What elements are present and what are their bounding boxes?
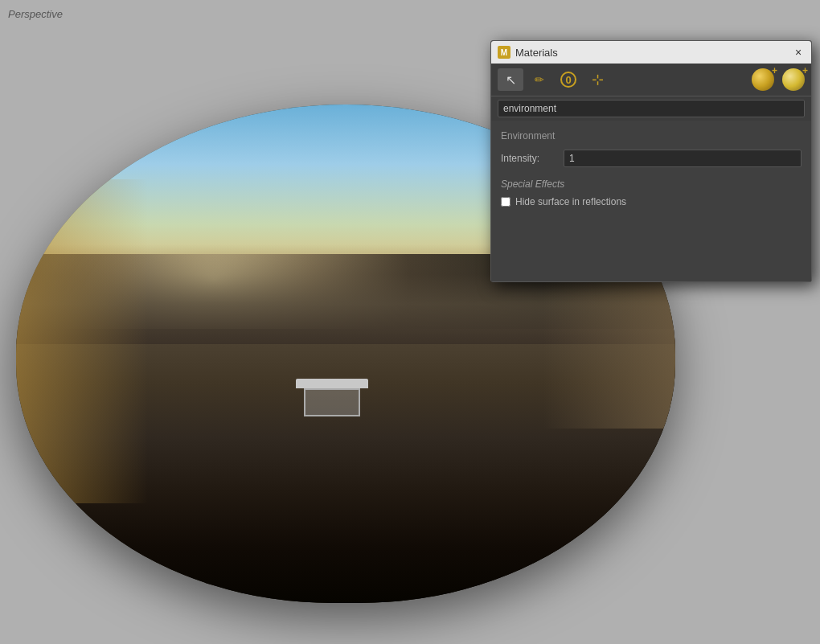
panel-title: Materials: [515, 47, 558, 59]
gold-sphere-icon-1: [752, 68, 774, 91]
environment-section-header: Environment: [501, 127, 802, 145]
intensity-label: Intensity:: [501, 153, 557, 164]
target-icon: 0: [560, 72, 576, 88]
pencil-icon: ✏: [535, 73, 544, 86]
shelter-body: [304, 388, 360, 416]
gold-sphere-icon-2: [782, 68, 805, 91]
assign-material-button[interactable]: 0: [556, 68, 581, 91]
panel-content: Environment Intensity: Special Effects H…: [491, 121, 811, 217]
sphere-left-reflection: [16, 179, 148, 503]
intensity-input[interactable]: [564, 150, 802, 167]
panel-empty-area: [491, 217, 811, 281]
viewport-label: Perspective: [8, 8, 63, 20]
bus-shelter-reflection: [300, 379, 364, 419]
paint-button[interactable]: ✏: [527, 68, 552, 91]
add-material-button[interactable]: +: [782, 68, 805, 91]
materials-icon: M: [498, 46, 510, 59]
special-effects-header: Special Effects: [501, 172, 802, 193]
intensity-row: Intensity:: [501, 150, 802, 167]
add-environment-button[interactable]: +: [752, 68, 774, 91]
materials-panel: M Materials × ↖ ✏ 0 ⊹ + +: [490, 40, 812, 282]
select-material-icon: ⊹: [592, 71, 604, 88]
shelter-roof: [296, 379, 368, 388]
select-arrow-button[interactable]: ↖: [498, 68, 523, 91]
panel-titlebar: M Materials ×: [491, 41, 811, 64]
env-field-row: [491, 96, 811, 121]
close-button[interactable]: ×: [792, 46, 805, 59]
panel-toolbar: ↖ ✏ 0 ⊹ + +: [491, 64, 811, 96]
select-material-button[interactable]: ⊹: [584, 68, 610, 91]
hide-surface-row: Hide surface in reflections: [501, 193, 802, 211]
plus-icon-1: +: [772, 65, 777, 76]
environment-name-input[interactable]: [498, 100, 805, 117]
panel-title-left: M Materials: [498, 46, 558, 59]
plus-icon-2: +: [802, 65, 808, 76]
arrow-icon: ↖: [506, 72, 516, 88]
hide-surface-label: Hide surface in reflections: [515, 196, 626, 207]
hide-surface-checkbox[interactable]: [501, 197, 510, 207]
